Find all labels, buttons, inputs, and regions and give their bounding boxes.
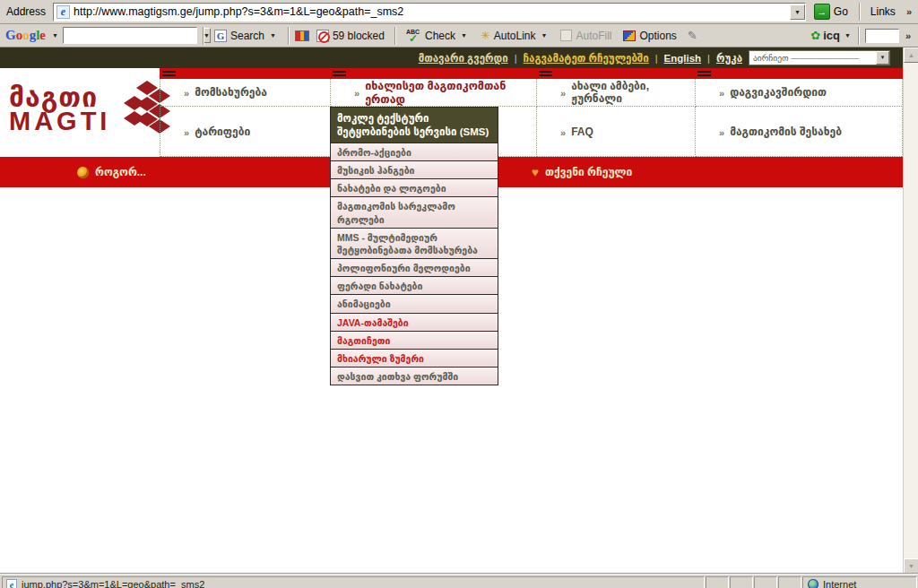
- zone-label: Internet: [823, 579, 856, 588]
- link-separator: |: [515, 53, 517, 64]
- select-arrow-icon[interactable]: ▼: [876, 51, 889, 65]
- banner-favorite-link[interactable]: ♥ თქვენი რჩეული: [532, 166, 632, 178]
- go-button[interactable]: → Go: [810, 2, 853, 22]
- menu-item-magtichat[interactable]: მაგთიჩეთი: [331, 332, 498, 350]
- google-search-input[interactable]: [64, 29, 203, 42]
- menu-item-pictures-logos[interactable]: ნახატები და ლოგოები: [331, 179, 498, 197]
- options-label: Options: [639, 30, 676, 42]
- magic-wand-icon: ✳: [481, 29, 490, 42]
- google-logo[interactable]: Google: [4, 28, 48, 43]
- nav-fun-label[interactable]: იხალისეთ მაგთიკომთან ერთად: [365, 79, 536, 106]
- link-home[interactable]: მთავარი გვერდი: [419, 52, 508, 65]
- go-arrow-icon: →: [814, 4, 830, 20]
- abc-check-icon: ABC✓: [406, 29, 421, 42]
- links-chevron-icon[interactable]: »: [903, 6, 915, 17]
- magti-logo[interactable]: მაგთი MAGTI: [9, 81, 175, 138]
- address-input[interactable]: e http://www.magtigsm.ge/jump.php?s=3&m=…: [53, 3, 806, 22]
- column-ticks-icon: [162, 71, 176, 78]
- address-label: Address: [3, 5, 49, 18]
- menu-item-java-games[interactable]: JAVA-თამაშები: [331, 314, 498, 332]
- main-navigation: მომსახურება იხალისეთ მაგთიკომთან ერთად ა…: [160, 68, 903, 157]
- arrow-bullet-icon: [560, 124, 566, 140]
- status-text: jump.php?s=3&m=1&L=geo&path=_sms2: [22, 579, 204, 588]
- options-button[interactable]: Options: [619, 27, 680, 45]
- icq-search-input[interactable]: [865, 29, 899, 43]
- arrow-bullet-icon: [184, 124, 189, 140]
- popup-blocker-button[interactable]: 59 blocked: [312, 27, 389, 45]
- status-pane: [754, 576, 777, 588]
- google-search-box[interactable]: ▼: [63, 27, 197, 44]
- menu-item-music-tones[interactable]: მუსიკის ჰანგები: [331, 161, 498, 179]
- check-label: Check: [425, 30, 455, 42]
- nav-item-fun[interactable]: იხალისეთ მაგთიკომთან ერთად: [331, 79, 537, 107]
- vertical-scrollbar[interactable]: ▲ ▼: [903, 48, 918, 574]
- security-zone-pane: Internet: [802, 576, 917, 588]
- scroll-up-arrow-icon[interactable]: ▲: [904, 48, 918, 63]
- quick-select-dropdown[interactable]: აირჩიეთ ———————— ▼: [749, 50, 890, 65]
- column-ticks-icon: [333, 71, 346, 78]
- autofill-label: AutoFill: [576, 30, 611, 42]
- toolbar-separator: [859, 3, 861, 21]
- pagerank-icon[interactable]: [295, 30, 309, 41]
- highlighter-pen-icon[interactable]: ✎: [684, 29, 701, 42]
- nav-item-faq[interactable]: FAQ: [537, 107, 696, 157]
- nav-item-tariffs[interactable]: ტარიფები: [160, 107, 331, 157]
- search-button[interactable]: G Search ▼: [210, 27, 282, 45]
- scroll-down-arrow-icon[interactable]: ▼: [904, 558, 918, 574]
- nav-faq-label[interactable]: FAQ: [571, 125, 593, 138]
- menu-item-sms-selected[interactable]: მოკლე ტექსტური შეტყობინების სერვისი (SMS…: [331, 108, 498, 143]
- nav-news-label[interactable]: ახალი ამბები, ჟურნალი: [571, 80, 695, 105]
- menu-item-ad-clips[interactable]: მაგთიკომის სარეკლამო რგოლები: [331, 197, 498, 228]
- links-menu[interactable]: Links: [867, 5, 899, 18]
- menu-item-funny-zoomer[interactable]: მხიარული ზუმერი: [331, 350, 498, 368]
- banner-how-link[interactable]: როგორ...: [77, 166, 146, 178]
- link-separator: |: [707, 53, 710, 64]
- toolbar-separator: [858, 27, 860, 45]
- nav-item-news[interactable]: ახალი ამბები, ჟურნალი: [537, 79, 696, 107]
- google-menu-arrow-icon[interactable]: ▼: [50, 32, 60, 39]
- menu-item-animations[interactable]: ანიმაციები: [331, 295, 498, 313]
- menu-item-color-pictures[interactable]: ფერადი ნახატები: [331, 277, 498, 295]
- address-dropdown-arrow-icon[interactable]: ▼: [790, 4, 805, 20]
- address-url: http://www.magtigsm.ge/jump.php?s=3&m=1&…: [74, 5, 403, 18]
- toolbar-separator: [288, 27, 290, 45]
- banner-how-label: როგორ...: [95, 166, 146, 178]
- icq-label[interactable]: icq: [823, 29, 840, 42]
- toolbar-separator: [394, 27, 396, 45]
- link-english[interactable]: English: [664, 53, 702, 64]
- ie-favicon-icon: e: [56, 5, 70, 19]
- nav-services-label[interactable]: მომსახურება: [195, 86, 267, 99]
- autolink-button[interactable]: ✳ AutoLink ▼: [476, 26, 554, 45]
- google-g-icon: G: [214, 30, 227, 42]
- status-pane: [778, 576, 801, 588]
- nav-item-services[interactable]: მომსახურება: [160, 79, 331, 107]
- logo-georgian-text: მაგთი: [9, 85, 110, 110]
- icq-flower-icon[interactable]: ✿: [810, 29, 820, 42]
- arrow-bullet-icon: [560, 84, 566, 100]
- toolbar-overflow-chevron-icon[interactable]: »: [902, 30, 914, 41]
- nav-about-label[interactable]: მაგთიკომის შესახებ: [730, 125, 842, 138]
- options-icon: [623, 30, 636, 41]
- logo-latin-text: MAGTI: [9, 109, 110, 134]
- menu-item-polyphonic[interactable]: პოლიფონიური მელოდიები: [331, 259, 498, 277]
- page-content: მთავარი გვერდი | ჩაგვამატეთ რჩეულებში | …: [0, 48, 918, 574]
- menu-item-promo[interactable]: პრომო-აქციები: [331, 143, 498, 161]
- status-bar: e jump.php?s=3&m=1&L=geo&path=_sms2 Inte…: [0, 574, 918, 588]
- nav-item-about[interactable]: მაგთიკომის შესახებ: [696, 107, 902, 157]
- menu-item-forum-question[interactable]: დასვით კითხვა ფორუმში: [331, 368, 498, 385]
- popup-blocked-icon: [316, 30, 329, 42]
- autofill-icon: [560, 30, 572, 41]
- link-add-favorites[interactable]: ჩაგვამატეთ რჩეულებში: [524, 52, 649, 65]
- nav-item-contact[interactable]: დაგვიკავშირდით: [696, 79, 902, 107]
- nav-contact-label[interactable]: დაგვიკავშირდით: [730, 86, 827, 99]
- blocked-count-label: 59 blocked: [333, 30, 385, 42]
- site-topbar: მთავარი გვერდი | ჩაგვამატეთ რჩეულებში | …: [0, 48, 903, 68]
- arrow-bullet-icon: [354, 84, 359, 100]
- autolink-arrow-icon: ▼: [540, 32, 550, 39]
- menu-item-mms[interactable]: MMS - მულტიმედიურ შეტყობინებათა მომსახურ…: [331, 229, 498, 259]
- spellcheck-button[interactable]: ABC✓ Check ▼: [402, 26, 473, 45]
- google-toolbar: Google ▼ ▼ G Search ▼ 59 blocked ABC✓ Ch…: [0, 24, 918, 48]
- icq-arrow-icon[interactable]: ▼: [843, 32, 853, 39]
- nav-tariffs-label[interactable]: ტარიფები: [195, 125, 250, 138]
- link-sitemap[interactable]: რუკა: [716, 52, 742, 65]
